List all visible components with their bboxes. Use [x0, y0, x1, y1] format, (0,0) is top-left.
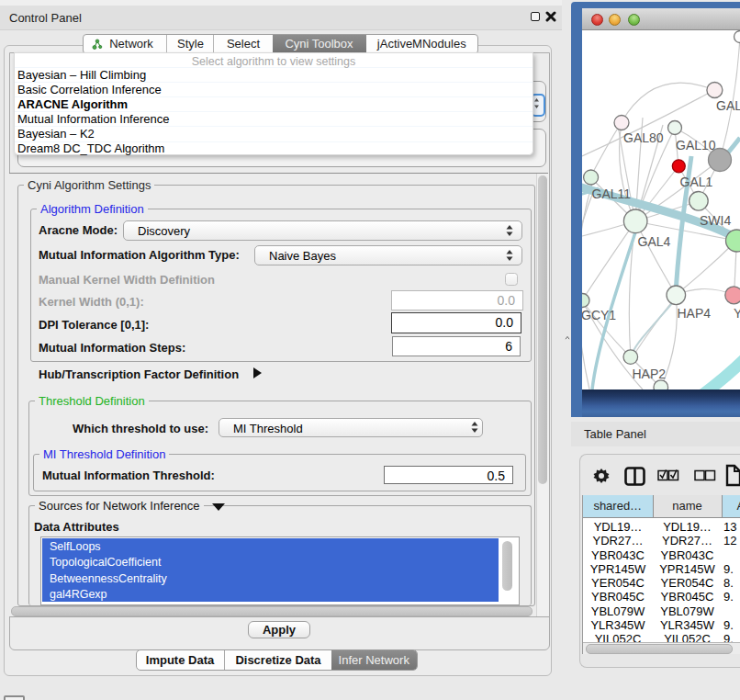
svg-text:GCY1: GCY1 — [582, 308, 616, 322]
svg-text:HAP2: HAP2 — [633, 367, 667, 381]
svg-text:GAL7: GAL7 — [716, 98, 740, 113]
svg-text:GAL1: GAL1 — [680, 175, 713, 189]
svg-text:GAL10: GAL10 — [676, 138, 716, 152]
svg-text:YD: YD — [734, 306, 740, 321]
svg-text:GAL4: GAL4 — [638, 234, 671, 249]
svg-text:GAL80: GAL80 — [623, 130, 664, 145]
svg-text:HAP4: HAP4 — [678, 306, 712, 321]
svg-text:GAL11: GAL11 — [592, 186, 632, 201]
svg-text:SWI4: SWI4 — [700, 213, 731, 228]
